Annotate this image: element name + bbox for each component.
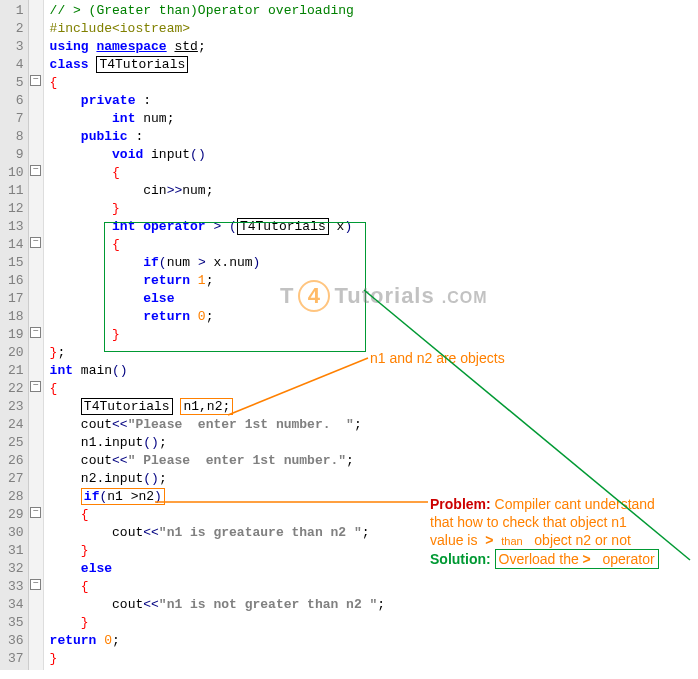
- line-number: 8: [8, 128, 24, 146]
- code-line: return 0;: [50, 632, 698, 650]
- line-number: 15: [8, 254, 24, 272]
- code-editor: 1 2 3 4 5 6 7 8 9 10 11 12 13 14 15 16 1…: [0, 0, 698, 670]
- code-line: }: [50, 650, 698, 668]
- line-number: 10: [8, 164, 24, 182]
- code-line: int operator > (T4Tutorials x): [50, 218, 698, 236]
- line-number: 7: [8, 110, 24, 128]
- line-number: 28: [8, 488, 24, 506]
- fold-gutter: − − − − − − −: [29, 0, 44, 670]
- line-number: 12: [8, 200, 24, 218]
- code-line: {: [50, 74, 698, 92]
- line-number: 24: [8, 416, 24, 434]
- line-number: 4: [8, 56, 24, 74]
- code-line: {: [50, 578, 698, 596]
- code-line: n1.input();: [50, 434, 698, 452]
- line-number: 27: [8, 470, 24, 488]
- problem-annotation: Problem: Compiler cant understand that h…: [430, 495, 690, 568]
- line-number: 11: [8, 182, 24, 200]
- line-number: 1: [8, 2, 24, 20]
- code-line: }: [50, 200, 698, 218]
- code-line: T4Tutorials n1,n2;: [50, 398, 698, 416]
- fold-icon[interactable]: −: [30, 237, 41, 248]
- code-line: }: [50, 614, 698, 632]
- line-number: 35: [8, 614, 24, 632]
- code-area: // > (Greater than)Operator overloading …: [44, 0, 698, 670]
- line-number: 34: [8, 596, 24, 614]
- code-line: public :: [50, 128, 698, 146]
- code-line: if(num > x.num): [50, 254, 698, 272]
- code-line: {: [50, 236, 698, 254]
- line-number: 29: [8, 506, 24, 524]
- line-number: 20: [8, 344, 24, 362]
- watermark: T4Tutorials .COM: [280, 280, 488, 312]
- line-number: 6: [8, 92, 24, 110]
- line-number: 3: [8, 38, 24, 56]
- line-number: 16: [8, 272, 24, 290]
- code-line: {: [50, 164, 698, 182]
- code-line: void input(): [50, 146, 698, 164]
- line-number: 26: [8, 452, 24, 470]
- fold-icon[interactable]: −: [30, 507, 41, 518]
- line-number: 18: [8, 308, 24, 326]
- line-number: 25: [8, 434, 24, 452]
- line-number: 19: [8, 326, 24, 344]
- code-line: cout<<" Please enter 1st number.";: [50, 452, 698, 470]
- line-number: 36: [8, 632, 24, 650]
- code-line: n2.input();: [50, 470, 698, 488]
- line-number: 14: [8, 236, 24, 254]
- code-line: #include<iostream>: [50, 20, 698, 38]
- code-line: int num;: [50, 110, 698, 128]
- line-number: 30: [8, 524, 24, 542]
- code-line: }: [50, 326, 698, 344]
- code-line: private :: [50, 92, 698, 110]
- line-number: 13: [8, 218, 24, 236]
- line-number: 37: [8, 650, 24, 668]
- fold-icon[interactable]: −: [30, 165, 41, 176]
- fold-icon[interactable]: −: [30, 75, 41, 86]
- code-line: // > (Greater than)Operator overloading: [50, 2, 698, 20]
- line-number: 5: [8, 74, 24, 92]
- fold-icon[interactable]: −: [30, 579, 41, 590]
- line-number: 9: [8, 146, 24, 164]
- code-line: cout<<"Please enter 1st number. ";: [50, 416, 698, 434]
- line-number: 32: [8, 560, 24, 578]
- fold-icon[interactable]: −: [30, 327, 41, 338]
- code-line: cout<<"n1 is not greater than n2 ";: [50, 596, 698, 614]
- objects-annotation: n1 and n2 are objects: [370, 350, 505, 366]
- line-number: 33: [8, 578, 24, 596]
- line-number: 31: [8, 542, 24, 560]
- code-line: cin>>num;: [50, 182, 698, 200]
- line-number: 17: [8, 290, 24, 308]
- code-line: using namespace std;: [50, 38, 698, 56]
- code-line: {: [50, 380, 698, 398]
- fold-icon[interactable]: −: [30, 381, 41, 392]
- code-line: class T4Tutorials: [50, 56, 698, 74]
- line-number-gutter: 1 2 3 4 5 6 7 8 9 10 11 12 13 14 15 16 1…: [0, 0, 29, 670]
- line-number: 23: [8, 398, 24, 416]
- line-number: 2: [8, 20, 24, 38]
- line-number: 22: [8, 380, 24, 398]
- line-number: 21: [8, 362, 24, 380]
